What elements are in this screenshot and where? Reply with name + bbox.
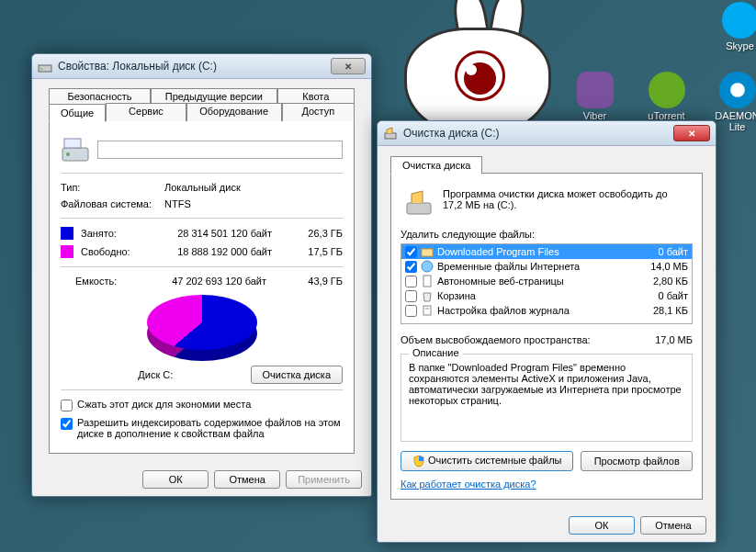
capacity-label: Емкость: <box>61 276 140 287</box>
compress-checkbox[interactable] <box>61 400 73 411</box>
file-row[interactable]: Временные файлы Интернета 14,0 МБ <box>401 259 692 274</box>
svg-rect-0 <box>39 65 51 72</box>
svg-point-3 <box>66 152 70 156</box>
disk-large-icon <box>61 135 90 164</box>
tab-quota[interactable]: Квота <box>277 88 355 104</box>
desktop-icon-label: Skype <box>715 40 756 51</box>
tab-service[interactable]: Сервис <box>106 103 186 121</box>
tab-security[interactable]: Безопасность <box>49 88 151 104</box>
svg-rect-6 <box>407 203 431 214</box>
page-icon <box>421 275 434 287</box>
type-label: Тип: <box>61 182 157 193</box>
description-text: В папке "Downloaded Program Files" време… <box>409 362 684 406</box>
file-size: 14,0 МБ <box>638 261 688 272</box>
close-button[interactable]: ✕ <box>331 58 366 74</box>
globe-icon <box>421 260 434 273</box>
file-name: Корзина <box>437 290 634 301</box>
description-title: Описание <box>409 347 463 358</box>
desktop-icon-viber[interactable]: Viber <box>570 72 620 121</box>
svg-rect-10 <box>423 306 431 315</box>
shield-icon <box>412 455 425 468</box>
drive-icon <box>38 59 52 73</box>
titlebar[interactable]: Свойства: Локальный диск (C:) ✕ <box>32 54 371 79</box>
file-size: 0 байт <box>638 246 688 257</box>
file-checkbox[interactable] <box>405 290 417 302</box>
file-checkbox[interactable] <box>405 246 417 258</box>
tab-cleanup[interactable]: Очистка диска <box>390 156 482 175</box>
file-row[interactable]: Downloaded Program Files 0 байт <box>401 244 692 259</box>
file-checkbox[interactable] <box>405 261 417 273</box>
type-value: Локальный диск <box>164 182 241 193</box>
file-checkbox[interactable] <box>405 276 417 287</box>
desktop-icon-label: DAEMON Lite <box>712 110 756 132</box>
index-checkbox[interactable] <box>61 418 73 430</box>
svg-rect-7 <box>422 249 433 256</box>
titlebar[interactable]: Очистка диска (C:) ✕ <box>378 121 716 146</box>
tab-hardware[interactable]: Оборудование <box>186 103 282 121</box>
cleanup-large-icon <box>404 188 434 218</box>
window-title: Свойства: Локальный диск (C:) <box>58 60 325 73</box>
free-color-swatch <box>61 245 73 258</box>
disk-cleanup-button[interactable]: Очистка диска <box>251 366 343 384</box>
ok-button[interactable]: ОК <box>142 470 209 489</box>
freed-space-value: 17,0 МБ <box>655 334 693 345</box>
description-group: Описание В папке "Downloaded Program Fil… <box>401 354 693 442</box>
index-label: Разрешить индексировать содержимое файло… <box>77 417 343 439</box>
view-files-button[interactable]: Просмотр файлов <box>581 451 693 471</box>
cleanup-info-text: Программа очистки диска может освободить… <box>443 188 689 218</box>
clean-system-files-button[interactable]: Очистить системные файлы <box>401 451 573 471</box>
free-label: Свободно: <box>81 246 145 257</box>
svg-rect-4 <box>64 139 81 148</box>
cancel-button[interactable]: Отмена <box>640 516 706 535</box>
used-label: Занято: <box>81 228 145 239</box>
file-size: 2,80 КБ <box>638 276 688 287</box>
used-bytes: 28 314 501 120 байт <box>152 228 272 239</box>
how-cleanup-works-link[interactable]: Как работает очистка диска? <box>401 479 536 490</box>
delete-files-label: Удалить следующие файлы: <box>401 229 693 240</box>
desktop-icon-daemon[interactable]: DAEMON Lite <box>712 72 756 132</box>
file-name: Настройка файлов журнала <box>437 305 634 316</box>
file-name: Автономные веб-страницы <box>437 276 634 287</box>
tab-general[interactable]: Общие <box>49 104 106 122</box>
freed-space-label: Объем высвобождаемого пространства: <box>401 334 648 345</box>
disk-properties-window: Свойства: Локальный диск (C:) ✕ Безопасн… <box>31 53 372 497</box>
file-row[interactable]: Корзина 0 байт <box>401 288 692 303</box>
apply-button[interactable]: Применить <box>286 470 362 489</box>
free-bytes: 18 888 192 000 байт <box>152 246 272 257</box>
capacity-bytes: 47 202 693 120 байт <box>147 276 266 287</box>
compress-label: Сжать этот диск для экономии места <box>77 399 251 410</box>
disk-cleanup-window: Очистка диска (C:) ✕ Очистка диска Прогр… <box>377 120 717 543</box>
used-gb: 26,3 ГБ <box>279 228 343 239</box>
tabs-row-1: Безопасность Предыдущие версии Квота <box>49 88 355 104</box>
filesystem-value: NTFS <box>164 198 191 209</box>
file-size: 0 байт <box>638 290 688 301</box>
svg-rect-5 <box>385 133 396 139</box>
filesystem-label: Файловая система: <box>61 198 157 209</box>
tab-access[interactable]: Доступ <box>282 103 355 121</box>
file-name: Downloaded Program Files <box>437 246 634 257</box>
capacity-gb: 43,9 ГБ <box>274 276 343 287</box>
recycle-bin-icon <box>421 289 434 302</box>
tab-previous-versions[interactable]: Предыдущие версии <box>151 88 277 104</box>
svg-point-8 <box>422 261 433 272</box>
desktop-icon-utorrent[interactable]: uTorrent <box>641 72 692 121</box>
disk-usage-pie-chart <box>142 295 262 364</box>
window-title: Очистка диска (C:) <box>403 127 668 140</box>
cancel-button[interactable]: Отмена <box>214 470 280 489</box>
close-button[interactable]: ✕ <box>673 125 710 141</box>
used-color-swatch <box>61 227 73 240</box>
file-row[interactable]: Автономные веб-страницы 2,80 КБ <box>401 274 692 288</box>
desktop-icon-skype[interactable]: Skype <box>715 2 756 51</box>
svg-point-1 <box>40 68 42 70</box>
file-row[interactable]: Настройка файлов журнала 28,1 КБ <box>401 303 692 318</box>
folder-icon <box>421 245 434 258</box>
free-gb: 17,5 ГБ <box>279 246 343 257</box>
file-size: 28,1 КБ <box>638 305 688 316</box>
file-checkbox[interactable] <box>405 305 417 317</box>
ok-button[interactable]: ОК <box>569 516 635 535</box>
disk-name-input[interactable] <box>97 141 343 159</box>
pie-label: Диск C: <box>61 369 251 380</box>
svg-rect-9 <box>423 276 431 287</box>
file-name: Временные файлы Интернета <box>437 261 634 272</box>
file-list[interactable]: Downloaded Program Files 0 байт Временны… <box>401 243 693 324</box>
